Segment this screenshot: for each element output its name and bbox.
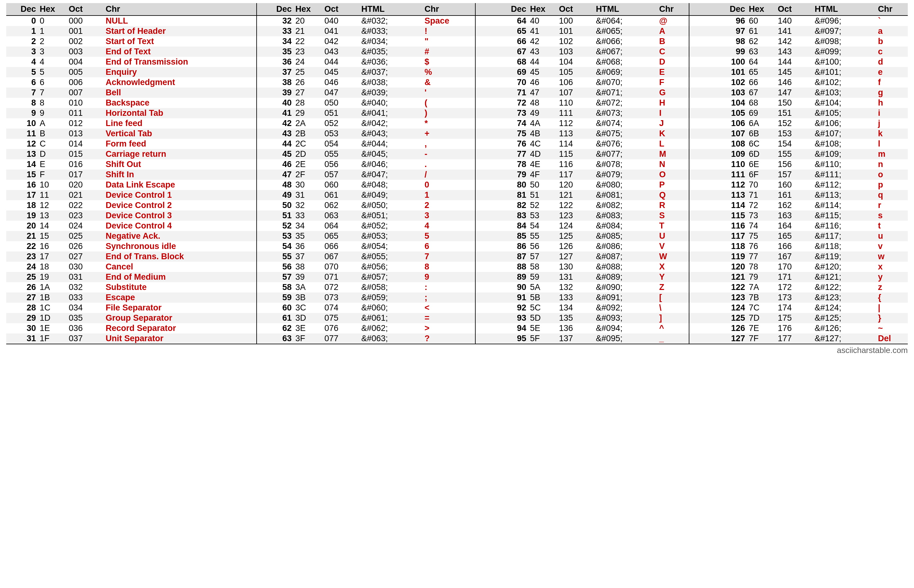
table-row: 291D035Group Separator613D075&#061;=935D… <box>6 313 908 323</box>
cell-hex: 78 <box>747 262 776 272</box>
cell-dec: 42 <box>257 118 293 129</box>
cell-oct: 064 <box>322 221 360 231</box>
gap <box>475 118 496 129</box>
cell-dec: 1 <box>6 26 38 36</box>
cell-dec: 13 <box>6 149 38 159</box>
cell-dec: 20 <box>6 221 38 231</box>
cell-chr: ~ <box>876 323 908 333</box>
cell-hex: 16 <box>38 241 67 252</box>
gap <box>689 118 710 129</box>
gap <box>475 282 496 292</box>
cell-dec: 36 <box>257 57 293 67</box>
cell-dec: 3 <box>6 47 38 57</box>
cell-hex: 20 <box>293 16 322 26</box>
cell-chr: H <box>657 98 689 108</box>
cell-chr: k <box>876 129 908 139</box>
cell-chr: - <box>423 149 476 159</box>
cell-dec: 29 <box>6 313 38 323</box>
cell-chr: Carriage return <box>104 149 257 159</box>
table-row: 1711021Device Control 14931061&#049;1815… <box>6 190 908 200</box>
cell-chr: ] <box>657 313 689 323</box>
gap <box>475 200 496 210</box>
cell-oct: 067 <box>322 252 360 262</box>
col-oct: Oct <box>557 3 594 16</box>
table-row: 12C014Form feed442C054&#044;,764C114&#07… <box>6 139 908 149</box>
table-row: 13D015Carriage return452D055&#045;-774D1… <box>6 149 908 159</box>
cell-dec: 93 <box>496 313 528 323</box>
cell-html: &#085; <box>594 231 657 241</box>
cell-chr: End of Text <box>104 47 257 57</box>
table-row: 281C034File Separator603C074&#060;<925C1… <box>6 303 908 313</box>
cell-chr: t <box>876 221 908 231</box>
cell-chr: O <box>657 170 689 180</box>
cell-dec: 4 <box>6 57 38 67</box>
cell-dec: 19 <box>6 210 38 221</box>
cell-html: &#071; <box>594 87 657 98</box>
cell-hex: 4F <box>528 170 557 180</box>
table-row: 33003End of Text3523043&#035;#6743103&#0… <box>6 47 908 57</box>
cell-html: &#066; <box>594 36 657 47</box>
gap <box>689 67 710 77</box>
cell-oct: 006 <box>67 77 104 87</box>
cell-chr: Vertical Tab <box>104 129 257 139</box>
cell-dec: 46 <box>257 159 293 170</box>
cell-chr: Substitute <box>104 282 257 292</box>
cell-hex: 49 <box>528 108 557 118</box>
cell-oct: 055 <box>322 149 360 159</box>
cell-html: &#037; <box>360 67 423 77</box>
cell-dec: 115 <box>710 210 747 221</box>
cell-chr: # <box>423 47 476 57</box>
cell-hex: B <box>38 129 67 139</box>
cell-oct: 016 <box>67 159 104 170</box>
gap <box>689 262 710 272</box>
cell-hex: 6F <box>747 170 776 180</box>
cell-oct: 043 <box>322 47 360 57</box>
cell-chr: 9 <box>423 272 476 282</box>
cell-hex: 2D <box>293 149 322 159</box>
cell-html: &#042; <box>360 118 423 129</box>
gap <box>689 57 710 67</box>
cell-dec: 87 <box>496 252 528 262</box>
cell-oct: 154 <box>776 139 813 149</box>
cell-dec: 56 <box>257 262 293 272</box>
gap <box>475 149 496 159</box>
cell-oct: 152 <box>776 118 813 129</box>
cell-chr: o <box>876 170 908 180</box>
cell-oct: 024 <box>67 221 104 231</box>
cell-hex: 63 <box>747 47 776 57</box>
cell-dec: 43 <box>257 129 293 139</box>
cell-oct: 101 <box>557 26 594 36</box>
cell-dec: 14 <box>6 159 38 170</box>
cell-oct: 135 <box>557 313 594 323</box>
cell-dec: 79 <box>496 170 528 180</box>
cell-oct: 114 <box>557 139 594 149</box>
cell-chr: f <box>876 77 908 87</box>
cell-oct: 132 <box>557 282 594 292</box>
cell-hex: 31 <box>293 190 322 200</box>
cell-hex: 5D <box>528 313 557 323</box>
cell-chr: n <box>876 159 908 170</box>
footer-attribution: asciicharstable.com <box>6 344 908 355</box>
cell-html: &#047; <box>360 170 423 180</box>
gap <box>689 139 710 149</box>
cell-html: &#076; <box>594 139 657 149</box>
cell-hex: 3C <box>293 303 322 313</box>
cell-hex: 14 <box>38 221 67 231</box>
cell-hex: 2 <box>38 36 67 47</box>
cell-oct: 004 <box>67 57 104 67</box>
table-row: 1812022Device Control 25032062&#050;2825… <box>6 200 908 210</box>
cell-oct: 070 <box>322 262 360 272</box>
cell-html: &#104; <box>813 98 876 108</box>
cell-chr: } <box>876 313 908 323</box>
gap <box>475 262 496 272</box>
cell-oct: 165 <box>776 231 813 241</box>
gap <box>689 210 710 221</box>
cell-chr: Line feed <box>104 118 257 129</box>
cell-oct: 102 <box>557 36 594 47</box>
gap <box>475 77 496 87</box>
cell-chr: Start of Header <box>104 26 257 36</box>
cell-html: &#117; <box>813 231 876 241</box>
gap <box>475 323 496 333</box>
gap <box>475 170 496 180</box>
cell-dec: 27 <box>6 292 38 303</box>
